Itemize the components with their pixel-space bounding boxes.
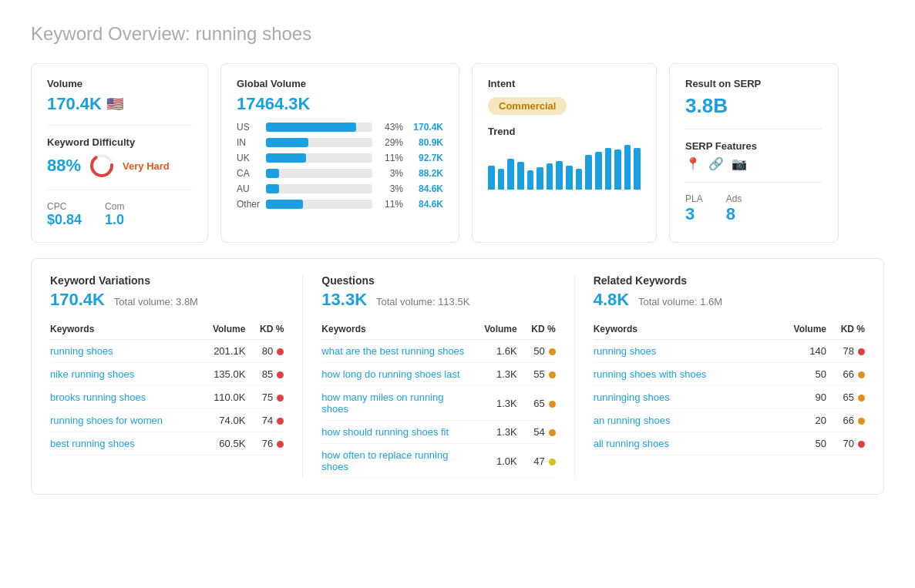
- row-kd: 50: [517, 345, 556, 357]
- trend-bar: [537, 167, 543, 190]
- serp-label: Result on SERP: [685, 78, 822, 89]
- kv-count: 170.4K: [50, 290, 105, 309]
- table-row: nike running shoes 135.0K 85: [50, 363, 284, 386]
- keyword-link[interactable]: all running shoes: [594, 438, 669, 449]
- keyword-link[interactable]: best running shoes: [50, 438, 135, 449]
- row-volume: 60.5K: [191, 438, 245, 449]
- trend-bar: [517, 162, 524, 190]
- keyword-link[interactable]: an running shoes: [594, 415, 671, 426]
- bar-country: US: [237, 122, 260, 133]
- kd-dot-icon: [858, 371, 865, 378]
- row-volume: 140: [780, 345, 826, 357]
- trend-bar: [488, 166, 495, 190]
- bottom-grid: Keyword Variations 170.4K Total volume: …: [50, 274, 865, 479]
- kv-col-keywords: Keywords: [50, 324, 191, 334]
- rk-count: 4.8K: [594, 290, 629, 309]
- row-volume: 74.0K: [191, 415, 245, 426]
- keyword-link[interactable]: how often to replace running shoes: [321, 449, 448, 472]
- trend-bar: [566, 166, 573, 190]
- bar-num: 80.9K: [409, 137, 443, 148]
- q-col-volume: Volume: [471, 324, 517, 334]
- table-row: runninging shoes 90 65: [594, 386, 865, 409]
- bar-row: UK 11% 92.7K: [237, 153, 443, 163]
- table-row: an running shoes 20 66: [594, 409, 865, 432]
- bar-fill: [266, 153, 306, 163]
- bar-pct: 11%: [378, 153, 403, 163]
- bar-pct: 11%: [378, 199, 403, 210]
- kd-dot-icon: [549, 429, 556, 436]
- kd-value: 88%: [47, 156, 81, 176]
- trend-bar: [556, 161, 563, 190]
- flag-icon: 🇺🇸: [106, 96, 123, 113]
- row-kd: 65: [517, 398, 556, 409]
- kd-dot-icon: [549, 348, 556, 355]
- bar-num: 88.2K: [409, 168, 443, 179]
- bar-wrap: [266, 184, 372, 193]
- row-volume: 1.0K: [471, 455, 517, 467]
- bar-country: AU: [237, 183, 260, 194]
- keyword-link[interactable]: running shoes: [594, 345, 657, 357]
- ads-item: Ads 8: [726, 193, 742, 224]
- row-volume: 50: [780, 438, 826, 449]
- bar-wrap: [266, 138, 372, 147]
- bar-num: 170.4K: [409, 122, 443, 133]
- rk-section-title: Related Keywords: [594, 274, 865, 287]
- intent-label: Intent: [488, 78, 641, 89]
- keyword-link[interactable]: how long do running shoes last: [321, 368, 459, 380]
- row-kd: 47: [517, 455, 556, 467]
- bottom-card: Keyword Variations 170.4K Total volume: …: [31, 258, 884, 495]
- row-kd: 78: [826, 345, 865, 357]
- trend-bar: [547, 163, 553, 190]
- row-volume: 1.3K: [471, 368, 517, 380]
- pla-label: PLA: [685, 193, 703, 204]
- keyword-link[interactable]: running shoes for women: [50, 415, 163, 426]
- rk-col-volume: Volume: [780, 324, 826, 334]
- image-icon: 📷: [732, 156, 747, 171]
- page-title-static: Keyword Overview:: [31, 23, 190, 44]
- rk-total: Total volume: 1.6M: [638, 296, 722, 307]
- table-row: best running shoes 60.5K 76: [50, 432, 284, 455]
- bar-wrap: [266, 153, 372, 163]
- keyword-link[interactable]: running shoes: [50, 345, 113, 357]
- row-volume: 110.0K: [191, 391, 245, 403]
- rk-col-kd: KD %: [826, 324, 865, 334]
- trend-bar: [614, 150, 621, 190]
- keyword-link[interactable]: how many miles on running shoes: [321, 391, 443, 415]
- kv-col-volume: Volume: [191, 324, 245, 334]
- com-value: 1.0: [105, 212, 124, 228]
- serp-features-label: SERP Features: [685, 140, 822, 152]
- keyword-link[interactable]: brooks running shoes: [50, 391, 146, 403]
- link-icon: 🔗: [708, 156, 724, 171]
- keyword-link[interactable]: nike running shoes: [50, 368, 134, 380]
- keyword-link[interactable]: what are the best running shoes: [321, 345, 464, 357]
- bar-fill: [266, 169, 279, 178]
- bar-pct: 3%: [378, 168, 403, 179]
- row-volume: 20: [780, 415, 826, 426]
- trend-bar: [595, 152, 602, 190]
- q-col-keywords: Keywords: [321, 324, 470, 334]
- global-volume-bars: US 43% 170.4K IN 29% 80.9K UK 11% 92.7K …: [237, 122, 443, 210]
- keyword-link[interactable]: how should running shoes fit: [321, 426, 449, 438]
- bar-row: CA 3% 88.2K: [237, 168, 443, 179]
- row-kd: 85: [245, 368, 284, 380]
- kd-dot-icon: [858, 441, 865, 448]
- kv-total: Total volume: 3.8M: [114, 296, 198, 307]
- q-col-kd: KD %: [517, 324, 556, 334]
- rk-col-keywords: Keywords: [594, 324, 780, 334]
- trend-bar: [507, 159, 514, 190]
- com-label: Com: [105, 201, 124, 212]
- row-volume: 90: [780, 391, 826, 403]
- volume-value: 170.4K: [47, 94, 102, 114]
- kd-dot-icon: [277, 348, 284, 355]
- row-kd: 66: [826, 415, 865, 426]
- rk-rows: running shoes 140 78 running shoes with …: [594, 340, 865, 455]
- pla-value: 3: [685, 204, 703, 224]
- keyword-link[interactable]: runninging shoes: [594, 391, 670, 403]
- volume-label: Volume: [47, 78, 192, 89]
- row-kd: 80: [245, 345, 284, 357]
- q-rows: what are the best running shoes 1.6K 50 …: [321, 340, 555, 479]
- q-table-header: Keywords Volume KD %: [321, 318, 555, 340]
- keyword-link[interactable]: running shoes with shoes: [594, 368, 707, 380]
- global-volume-value: 17464.3K: [237, 94, 443, 114]
- bar-pct: 29%: [378, 137, 403, 148]
